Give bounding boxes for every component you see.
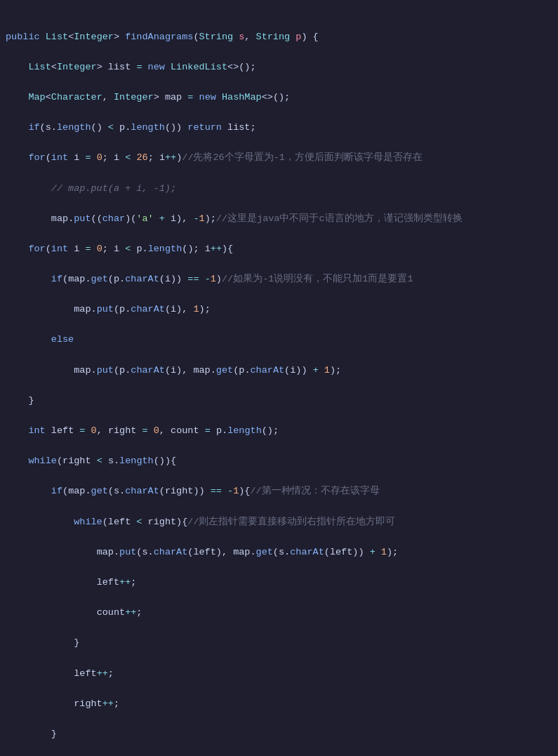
line-24: } bbox=[6, 727, 547, 742]
line-20: count++; bbox=[6, 605, 547, 621]
line-23: right++; bbox=[6, 696, 547, 712]
line-11: else bbox=[6, 332, 547, 347]
line-10: map.put(p.charAt(i), 1); bbox=[6, 302, 547, 317]
code-container: public List<Integer> findAnagrams(String… bbox=[0, 8, 558, 756]
line-5: for(int i = 0; i < 26; i++)//先将26个字母置为-1… bbox=[6, 150, 547, 166]
line-22: left++; bbox=[6, 666, 547, 682]
line-7: map.put((char)('a' + i), -1);//这里是java中不… bbox=[6, 211, 547, 227]
line-12: map.put(p.charAt(i), map.get(p.charAt(i)… bbox=[6, 363, 547, 378]
line-2: List<Integer> list = new LinkedList<>(); bbox=[6, 60, 547, 75]
line-13: } bbox=[6, 393, 547, 409]
line-17: while(left < right){//则左指针需要直接移动到右指针所在地方… bbox=[6, 515, 547, 530]
line-9: if(map.get(p.charAt(i)) == -1)//如果为-1说明没… bbox=[6, 272, 547, 287]
line-19: left++; bbox=[6, 575, 547, 590]
line-3: Map<Character, Integer> map = new HashMa… bbox=[6, 90, 547, 105]
line-8: for(int i = 0; i < p.length(); i++){ bbox=[6, 241, 547, 257]
line-4: if(s.length() < p.length()) return list; bbox=[6, 120, 547, 135]
line-15: while(right < s.length()){ bbox=[6, 453, 547, 469]
line-21: } bbox=[6, 635, 547, 651]
line-6: // map.put(a + i, -1); bbox=[6, 181, 547, 197]
line-18: map.put(s.charAt(left), map.get(s.charAt… bbox=[6, 545, 547, 560]
line-14: int left = 0, right = 0, count = p.lengt… bbox=[6, 423, 547, 439]
line-1: public List<Integer> findAnagrams(String… bbox=[6, 29, 547, 45]
line-16: if(map.get(s.charAt(right)) == -1){//第一种… bbox=[6, 484, 547, 499]
